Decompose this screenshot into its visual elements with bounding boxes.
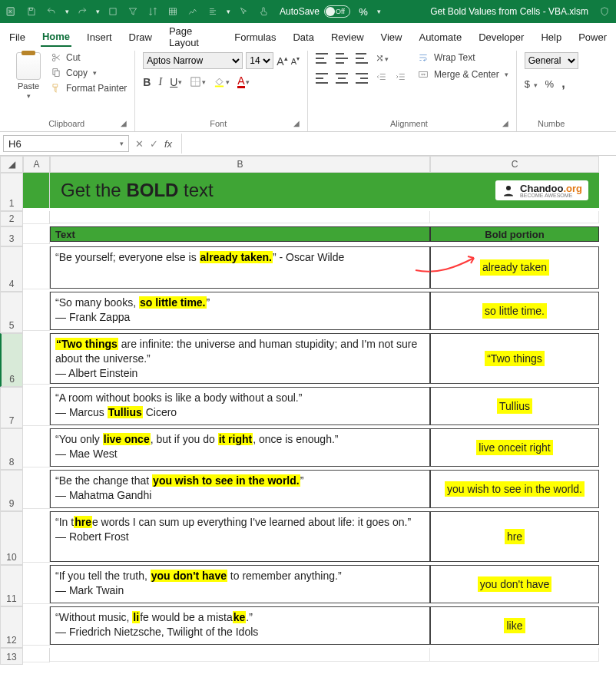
table-cell-bold[interactable]: live onceit right — [430, 428, 599, 467]
tab-view[interactable]: View — [379, 28, 404, 46]
qat-more-icon[interactable]: ▾ — [377, 8, 381, 15]
chevron-down-icon[interactable]: ▾ — [93, 69, 97, 77]
row-header[interactable]: 5 — [0, 292, 23, 333]
number-format-select[interactable]: General — [525, 52, 578, 69]
copy-button[interactable]: Copy ▾ — [51, 68, 127, 78]
dialog-launcher-icon[interactable]: ◢ — [293, 119, 300, 127]
tab-automate[interactable]: Automate — [417, 28, 463, 46]
cursor-icon[interactable] — [237, 5, 250, 18]
merge-center-button[interactable]: Merge & Center ▾ — [417, 69, 508, 80]
italic-button[interactable]: I — [158, 76, 162, 88]
formula-enter-icon[interactable]: ✓ — [150, 138, 158, 150]
chevron-down-icon[interactable]: ▾ — [120, 140, 124, 147]
table-cell-bold[interactable]: you don't have — [430, 565, 599, 603]
row-header[interactable]: 6 — [0, 333, 23, 387]
filter-icon[interactable] — [126, 5, 140, 18]
align-bottom-icon[interactable] — [356, 53, 368, 64]
table-cell-text[interactable]: “If you tell the truth, you don't have t… — [50, 565, 430, 603]
shield-icon[interactable] — [598, 5, 611, 18]
formula-cancel-icon[interactable]: ✕ — [135, 138, 144, 150]
increase-indent-icon[interactable] — [395, 71, 406, 84]
decrease-font-icon[interactable]: A▾ — [291, 55, 300, 66]
table-cell-bold[interactable]: Tullius — [430, 387, 599, 425]
comma-button[interactable]: , — [561, 77, 565, 91]
underline-button[interactable]: U▾ — [170, 76, 182, 88]
sort-icon[interactable] — [146, 5, 160, 18]
bold-button[interactable]: B — [143, 76, 151, 88]
chevron-down-icon[interactable]: ▾ — [227, 8, 230, 15]
chevron-down-icon[interactable]: ▾ — [96, 8, 100, 15]
row-header[interactable]: 8 — [0, 428, 23, 470]
shape-icon[interactable] — [106, 5, 120, 18]
fx-icon[interactable]: fx — [164, 138, 172, 150]
row-header[interactable]: 13 — [0, 648, 23, 665]
fill-color-button[interactable]: ▾ — [214, 76, 230, 88]
table-cell-text[interactable]: “You only live once, but if you do it ri… — [50, 428, 430, 467]
spreadsheet-grid[interactable]: ◢ABC1Get the BOLD text Chandoo.orgBECOME… — [0, 156, 616, 665]
tab-file[interactable]: File — [8, 28, 27, 46]
tab-home[interactable]: Home — [41, 28, 71, 47]
paste-button[interactable]: Paste ▾ — [12, 52, 45, 100]
chevron-down-icon[interactable]: ▾ — [65, 8, 69, 15]
column-header[interactable]: A — [23, 156, 50, 173]
undo-icon[interactable] — [45, 5, 58, 18]
tab-help[interactable]: Help — [539, 28, 563, 46]
table-cell-bold[interactable]: already taken — [430, 246, 599, 289]
row-header[interactable]: 10 — [0, 511, 23, 565]
borders-button[interactable]: ▾ — [190, 76, 206, 88]
percent-icon[interactable]: % — [356, 5, 370, 18]
percent-button[interactable]: % — [545, 78, 555, 90]
table-cell-bold[interactable]: you wish to see in the world. — [430, 470, 599, 508]
cut-button[interactable]: Cut — [51, 52, 127, 63]
dialog-launcher-icon[interactable]: ◢ — [502, 119, 508, 127]
decrease-indent-icon[interactable] — [376, 71, 387, 84]
column-header[interactable]: B — [50, 156, 430, 173]
font-color-button[interactable]: A▾ — [237, 75, 249, 88]
font-size-select[interactable]: 14 — [246, 52, 273, 69]
format-painter-button[interactable]: Format Painter — [51, 83, 127, 94]
align-top-icon[interactable] — [316, 53, 328, 64]
row-header[interactable]: 2 — [0, 211, 23, 226]
formula-input[interactable] — [181, 134, 613, 154]
tab-insert[interactable]: Insert — [85, 28, 114, 46]
row-header[interactable]: 11 — [0, 565, 23, 606]
table-cell-bold[interactable]: like — [430, 606, 599, 645]
save-icon[interactable] — [25, 5, 38, 18]
font-name-select[interactable]: Aptos Narrow — [143, 52, 243, 69]
name-box[interactable]: H6 ▾ — [3, 135, 129, 152]
table-cell-text[interactable]: “Two things are infinite: the universe a… — [50, 333, 430, 384]
row-header[interactable]: 12 — [0, 606, 23, 648]
table-cell-text[interactable]: “Be the change that you wish to see in t… — [50, 470, 430, 508]
redo-icon[interactable] — [75, 5, 89, 18]
row-header[interactable]: 7 — [0, 387, 23, 428]
tab-developer[interactable]: Developer — [477, 28, 525, 46]
table-cell-text[interactable]: “So many books, so little time.”― Frank … — [50, 292, 430, 330]
align-left-icon[interactable] — [316, 73, 328, 84]
tab-data[interactable]: Data — [291, 28, 315, 46]
orientation-icon[interactable]: ⤭▾ — [376, 52, 389, 64]
table-cell-bold[interactable]: “Two things — [430, 333, 599, 384]
autosave-switch[interactable]: Off — [324, 5, 350, 18]
table-cell-text[interactable]: “Be yourself; everyone else is already t… — [50, 246, 430, 289]
table-cell-bold[interactable]: hre — [430, 511, 599, 562]
touch-icon[interactable] — [257, 5, 270, 18]
tab-page-layout[interactable]: Page Layout — [167, 22, 219, 51]
increase-font-icon[interactable]: A▴ — [277, 55, 287, 68]
table-cell-text[interactable]: “Without music, life would be a mistake.… — [50, 606, 430, 645]
spark-icon[interactable] — [186, 5, 200, 18]
chevron-down-icon[interactable]: ▾ — [505, 71, 508, 78]
align-right-icon[interactable] — [356, 73, 368, 84]
dialog-launcher-icon[interactable]: ◢ — [121, 119, 127, 127]
row-header[interactable]: 3 — [0, 226, 23, 246]
wrap-text-button[interactable]: Wrap Text — [417, 52, 508, 63]
table-cell-text[interactable]: “A room without books is like a body wit… — [50, 387, 430, 425]
tab-formulas[interactable]: Formulas — [233, 28, 277, 46]
tab-power[interactable]: Power — [577, 28, 608, 46]
row-header[interactable]: 1 — [0, 173, 23, 211]
chevron-down-icon[interactable]: ▾ — [27, 92, 31, 100]
column-header[interactable]: C — [430, 156, 599, 173]
currency-button[interactable]: $ ▾ — [525, 78, 538, 90]
table-cell-bold[interactable]: so little time. — [430, 292, 599, 330]
tab-review[interactable]: Review — [330, 28, 366, 46]
tab-draw[interactable]: Draw — [128, 28, 154, 46]
